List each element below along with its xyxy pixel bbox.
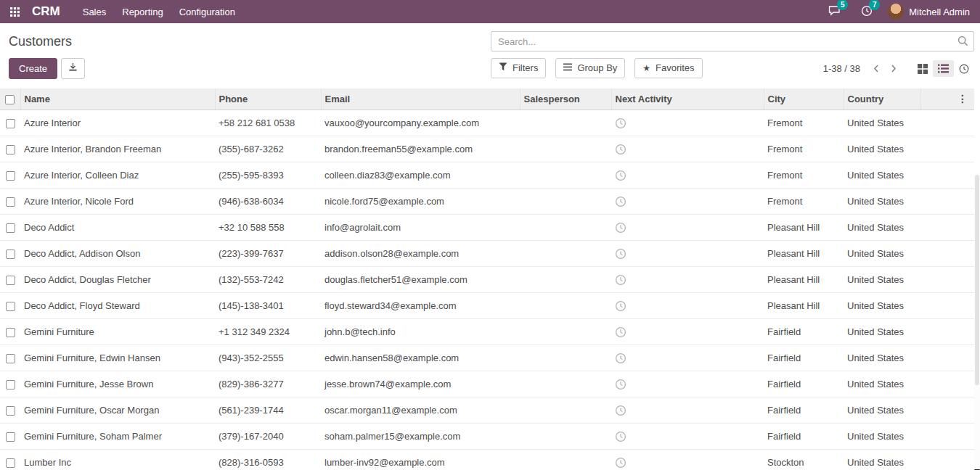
user-menu[interactable]: Mitchell Admin [885,4,976,20]
export-button[interactable] [61,58,85,79]
select-all-checkbox[interactable] [5,95,15,104]
cell-salesperson[interactable] [520,110,611,136]
cell-country[interactable]: United States [844,397,920,424]
column-header-next-activity[interactable]: Next Activity [611,88,764,110]
row-checkbox[interactable] [6,458,15,468]
next-activity-clock-icon[interactable] [615,170,626,181]
cell-name[interactable]: Deco Addict [20,215,215,241]
cell-city[interactable]: Pleasant Hill [764,267,844,293]
cell-country[interactable]: United States [844,136,920,162]
menu-sales[interactable]: Sales [75,1,115,23]
app-title[interactable]: CRM [32,4,60,19]
next-activity-clock-icon[interactable] [615,457,626,469]
cell-city[interactable]: Fremont [764,162,844,189]
cell-name[interactable]: Deco Addict, Addison Olson [20,241,215,267]
create-button[interactable]: Create [9,58,57,79]
cell-city[interactable]: Fremont [764,110,844,136]
cell-phone[interactable]: (255)-595-8393 [215,162,321,189]
next-activity-clock-icon[interactable] [615,144,626,155]
cell-email[interactable]: nicole.ford75@example.com [321,189,520,215]
cell-salesperson[interactable] [520,162,611,189]
cell-country[interactable]: United States [844,215,920,241]
cell-next-activity[interactable] [611,450,764,470]
cell-phone[interactable]: (379)-167-2040 [215,424,321,450]
row-checkbox[interactable] [6,171,15,181]
cell-salesperson[interactable] [520,397,611,424]
column-header-email[interactable]: Email [321,88,520,110]
table-row[interactable]: Azure Interior +58 212 681 0538 vauxoo@y… [0,110,974,136]
cell-email[interactable]: brandon.freeman55@example.com [321,136,520,162]
cell-next-activity[interactable] [611,397,764,424]
table-row[interactable]: Gemini Furniture, Soham Palmer (379)-167… [0,424,974,450]
next-activity-clock-icon[interactable] [615,118,626,129]
activities-menu[interactable]: 7 [853,1,881,22]
table-row[interactable]: Gemini Furniture +1 312 349 2324 john.b@… [0,319,974,345]
row-checkbox[interactable] [6,380,15,389]
favorites-button[interactable]: ★ Favorites [634,58,702,78]
cell-next-activity[interactable] [611,189,764,215]
cell-country[interactable]: United States [844,345,920,371]
cell-city[interactable]: Fairfield [764,371,844,397]
cell-email[interactable]: john.b@tech.info [321,319,520,345]
cell-email[interactable]: soham.palmer15@example.com [321,424,520,450]
table-row[interactable]: Azure Interior, Colleen Diaz (255)-595-8… [0,162,974,189]
cell-country[interactable]: United States [844,450,920,470]
cell-phone[interactable]: (223)-399-7637 [215,241,321,267]
cell-city[interactable]: Pleasant Hill [764,241,844,267]
row-checkbox[interactable] [6,328,15,337]
cell-country[interactable]: United States [844,189,920,215]
cell-next-activity[interactable] [611,241,764,267]
cell-city[interactable]: Pleasant Hill [764,215,844,241]
column-header-name[interactable]: Name [20,88,215,110]
pager-previous-button[interactable] [867,61,885,76]
cell-country[interactable]: United States [844,110,920,136]
cell-city[interactable]: Fremont [764,136,844,162]
cell-email[interactable]: vauxoo@yourcompany.example.com [321,110,520,136]
search-input[interactable] [491,31,974,51]
cell-name[interactable]: Gemini Furniture [20,319,215,345]
cell-city[interactable]: Fairfield [764,424,844,450]
next-activity-clock-icon[interactable] [615,274,626,286]
cell-salesperson[interactable] [520,136,611,162]
cell-name[interactable]: Azure Interior [20,110,215,136]
cell-salesperson[interactable] [520,267,611,293]
cell-phone[interactable]: (946)-638-6034 [215,189,321,215]
cell-name[interactable]: Azure Interior, Brandon Freeman [20,136,215,162]
cell-salesperson[interactable] [520,241,611,267]
next-activity-clock-icon[interactable] [615,326,626,338]
filters-button[interactable]: Filters [491,58,546,78]
messages-menu[interactable]: 5 [820,1,849,22]
row-checkbox[interactable] [6,432,15,442]
cell-next-activity[interactable] [611,293,764,319]
cell-next-activity[interactable] [611,110,764,136]
table-row[interactable]: Gemini Furniture, Edwin Hansen (943)-352… [0,345,974,371]
cell-phone[interactable]: (943)-352-2555 [215,345,321,371]
table-row[interactable]: Gemini Furniture, Jesse Brown (829)-386-… [0,371,974,397]
cell-country[interactable]: United States [844,371,920,397]
group-by-button[interactable]: Group By [555,58,625,78]
next-activity-clock-icon[interactable] [615,248,626,260]
next-activity-clock-icon[interactable] [615,405,626,416]
row-checkbox[interactable] [6,302,15,311]
table-row[interactable]: Deco Addict, Addison Olson (223)-399-763… [0,241,974,267]
row-checkbox[interactable] [6,197,15,207]
column-header-city[interactable]: City [764,88,844,110]
cell-country[interactable]: United States [844,241,920,267]
cell-next-activity[interactable] [611,345,764,371]
row-checkbox[interactable] [6,119,15,128]
cell-salesperson[interactable] [520,450,611,470]
cell-name[interactable]: Gemini Furniture, Oscar Morgan [20,397,215,424]
cell-next-activity[interactable] [611,371,764,397]
row-checkbox[interactable] [6,406,15,416]
cell-name[interactable]: Lumber Inc [20,450,215,470]
cell-phone[interactable]: +58 212 681 0538 [215,110,321,136]
cell-email[interactable]: jesse.brown74@example.com [321,371,520,397]
table-row[interactable]: Deco Addict +32 10 588 558 info@agrolait… [0,215,974,241]
cell-next-activity[interactable] [611,136,764,162]
next-activity-clock-icon[interactable] [615,379,626,390]
table-row[interactable]: Azure Interior, Brandon Freeman (355)-68… [0,136,974,162]
cell-next-activity[interactable] [611,319,764,345]
apps-menu-icon[interactable] [4,1,25,22]
cell-phone[interactable]: (132)-553-7242 [215,267,321,293]
cell-city[interactable]: Fremont [764,189,844,215]
